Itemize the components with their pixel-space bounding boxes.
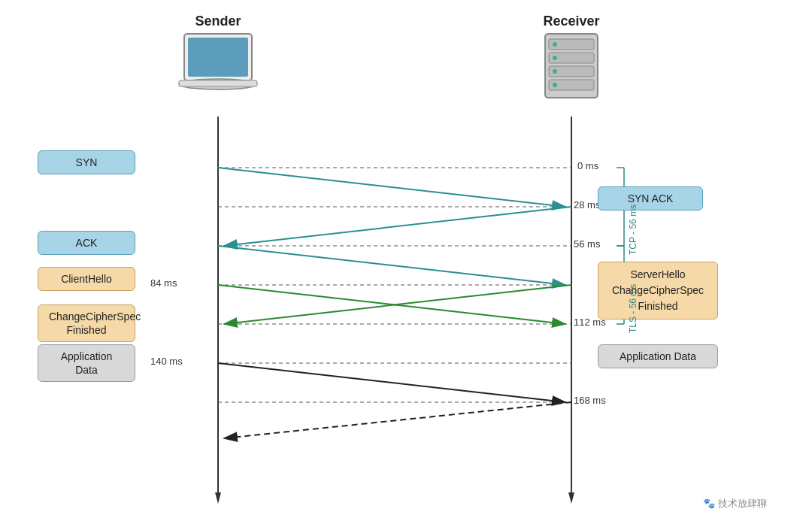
watermark: 🐾 技术放肆聊 — [703, 497, 767, 510]
time-56ms: 56 ms — [574, 238, 600, 250]
svg-line-31 — [218, 285, 565, 324]
time-0ms: 0 ms — [577, 160, 598, 171]
msg-serverhello: ServerHelloChangeCipherSpecFinished — [598, 262, 718, 320]
receiver-icon — [526, 30, 617, 105]
diagram: Sender Receiver — [0, 0, 812, 524]
time-84ms: 84 ms — [150, 277, 177, 289]
svg-point-9 — [553, 42, 557, 47]
svg-point-10 — [553, 56, 557, 60]
msg-appdata-right: Application Data — [598, 344, 718, 368]
tls-bracket-label: TLS - 56 ms — [628, 271, 638, 346]
time-140ms: 140 ms — [150, 356, 183, 367]
sender-label: Sender — [180, 14, 256, 29]
time-168ms: 168 ms — [574, 395, 606, 406]
svg-rect-3 — [179, 80, 257, 86]
svg-line-28 — [218, 168, 565, 207]
receiver-label: Receiver — [534, 14, 609, 29]
svg-rect-1 — [188, 38, 248, 77]
msg-ack: ACK — [38, 231, 135, 255]
msg-clienthello: ClientHello — [38, 267, 135, 291]
msg-appdata-left: Application Data — [38, 344, 135, 382]
sender-icon — [165, 30, 271, 105]
tcp-bracket-label: TCP - 56 ms — [628, 192, 638, 267]
svg-line-32 — [224, 285, 571, 324]
msg-changecipherspec-finished: ChangeCipherSpecFinished — [38, 304, 135, 342]
time-28ms: 28 ms — [574, 199, 600, 211]
msg-synack: SYN ACK — [598, 186, 703, 211]
svg-line-34 — [224, 402, 571, 438]
svg-line-33 — [218, 363, 565, 402]
svg-marker-19 — [215, 492, 221, 504]
msg-syn: SYN — [38, 150, 135, 174]
svg-marker-20 — [568, 492, 574, 504]
svg-line-30 — [218, 246, 565, 285]
svg-line-29 — [224, 207, 571, 246]
svg-point-11 — [553, 69, 557, 74]
svg-point-12 — [553, 83, 557, 87]
